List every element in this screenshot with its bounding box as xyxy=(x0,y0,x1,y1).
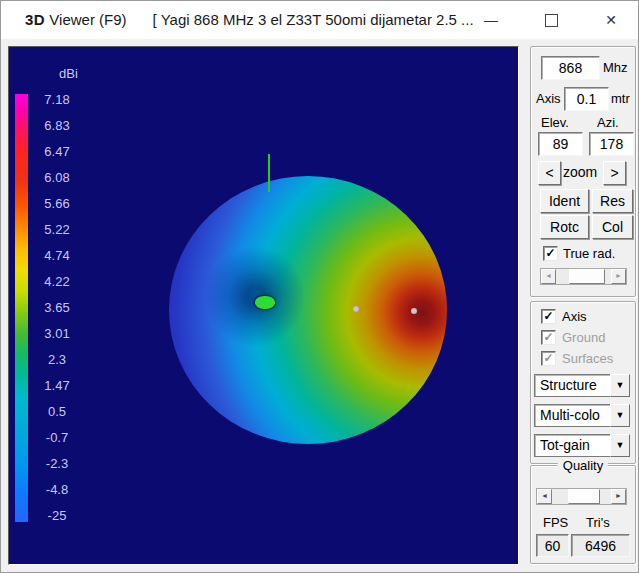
true-rad-slider[interactable]: ◄ ► xyxy=(540,268,627,285)
axis-scale-label: Axis xyxy=(536,91,561,106)
axis-checkbox[interactable]: ✓ xyxy=(541,309,556,324)
fps-label: FPS xyxy=(543,515,568,530)
scale-tick: 6.47 xyxy=(35,144,79,159)
minimize-icon: — xyxy=(484,12,498,28)
structure-dropdown[interactable]: Structure ▼ xyxy=(534,374,630,397)
chevron-down-icon[interactable]: ▼ xyxy=(610,434,630,457)
surfaces-checkbox-label: Surfaces xyxy=(562,351,613,366)
gain-mode-dropdown-value: Tot-gain xyxy=(534,434,610,457)
rotc-button[interactable]: Rotc xyxy=(540,215,589,239)
frequency-unit-label: Mhz xyxy=(603,60,628,75)
axis-scale-unit-label: mtr xyxy=(611,91,630,106)
slider-right-arrow-icon[interactable]: ► xyxy=(611,489,626,504)
tris-label: Tri's xyxy=(586,515,610,530)
checkmark-icon: ✓ xyxy=(543,353,553,364)
scale-tick: 0.5 xyxy=(35,404,79,419)
slider-left-arrow-icon[interactable]: ◄ xyxy=(537,489,552,504)
axis-checkbox-label: Axis xyxy=(562,309,587,324)
scale-tick: -0.7 xyxy=(35,430,79,445)
azimuth-field[interactable]: 178 xyxy=(589,132,634,156)
checkmark-icon: ✓ xyxy=(543,311,553,322)
minimize-button[interactable]: — xyxy=(468,1,514,39)
app-title: Viewer (F9) xyxy=(45,11,126,28)
structure-dropdown-value: Structure xyxy=(534,374,610,397)
scale-tick: -2.3 xyxy=(35,456,79,471)
ident-button[interactable]: Ident xyxy=(540,189,589,213)
ground-checkbox-label: Ground xyxy=(562,330,605,345)
fps-value-field: 60 xyxy=(536,534,569,557)
gain-mode-dropdown[interactable]: Tot-gain ▼ xyxy=(534,434,630,457)
chevron-down-icon[interactable]: ▼ xyxy=(610,404,630,427)
slider-thumb[interactable] xyxy=(568,489,600,504)
surfaces-checkbox: ✓ xyxy=(541,351,556,366)
slider-track[interactable] xyxy=(552,489,611,504)
element-marker xyxy=(353,306,359,312)
scale-unit-label: dBi xyxy=(59,66,78,81)
axis-scale-field[interactable]: 0.1 xyxy=(564,87,609,111)
color-mode-dropdown[interactable]: Multi-colo ▼ xyxy=(534,404,630,427)
azimuth-label: Azi. xyxy=(597,115,619,130)
scale-tick: 6.08 xyxy=(35,170,79,185)
zoom-label: zoom xyxy=(563,164,597,180)
slider-track[interactable] xyxy=(556,269,611,284)
scale-tick: 4.22 xyxy=(35,274,79,289)
scale-tick: 5.66 xyxy=(35,196,79,211)
quality-slider[interactable]: ◄ ► xyxy=(536,488,627,505)
scale-tick: -25 xyxy=(35,508,79,523)
slider-left-arrow-icon[interactable]: ◄ xyxy=(541,269,556,284)
scale-tick: 3.65 xyxy=(35,300,79,315)
scale-tick: 3.01 xyxy=(35,326,79,341)
radiation-pattern[interactable] xyxy=(169,176,447,444)
elevation-field[interactable]: 89 xyxy=(538,132,583,156)
3d-viewer-window: 3D Viewer (F9)[ Yagi 868 MHz 3 el Z33T 5… xyxy=(0,0,639,573)
checkmark-icon: ✓ xyxy=(545,248,555,259)
close-icon: ✕ xyxy=(605,12,617,28)
scale-tick: 6.83 xyxy=(35,118,79,133)
maximize-icon xyxy=(545,14,558,27)
scale-tick: -4.8 xyxy=(35,482,79,497)
ground-checkbox: ✓ xyxy=(541,330,556,345)
maximize-button[interactable] xyxy=(528,1,574,39)
chevron-down-icon[interactable]: ▼ xyxy=(610,374,630,397)
zoom-in-button[interactable]: > xyxy=(603,161,626,185)
window-title: 3D Viewer (F9)[ Yagi 868 MHz 3 el Z33T 5… xyxy=(25,11,474,28)
scale-tick: 5.22 xyxy=(35,222,79,237)
checkmark-icon: ✓ xyxy=(543,332,553,343)
slider-thumb[interactable] xyxy=(569,269,605,284)
res-button[interactable]: Res xyxy=(592,189,633,213)
color-mode-dropdown-value: Multi-colo xyxy=(534,404,610,427)
app-icon: 3D xyxy=(25,11,45,28)
scale-tick: 2.3 xyxy=(35,352,79,367)
gain-colorbar xyxy=(15,94,28,522)
true-rad-checkbox[interactable]: ✓ xyxy=(543,246,558,261)
zoom-out-button[interactable]: < xyxy=(538,161,561,185)
titlebar[interactable]: 3D Viewer (F9)[ Yagi 868 MHz 3 el Z33T 5… xyxy=(1,1,638,39)
scale-tick: 4.74 xyxy=(35,248,79,263)
col-button[interactable]: Col xyxy=(592,215,633,239)
document-title: [ Yagi 868 MHz 3 el Z33T 50omi dijametar… xyxy=(153,11,474,28)
close-button[interactable]: ✕ xyxy=(588,1,634,39)
z-axis-marker xyxy=(268,154,270,192)
scale-tick: 7.18 xyxy=(35,92,79,107)
frequency-field[interactable]: 868 xyxy=(541,56,600,80)
antenna-structure xyxy=(255,296,275,309)
tris-value-field: 6496 xyxy=(571,534,630,557)
scale-tick: 1.47 xyxy=(35,378,79,393)
true-rad-label: True rad. xyxy=(563,246,615,261)
element-marker xyxy=(411,308,417,314)
3d-viewport[interactable]: dBi 7.18 6.83 6.47 6.08 5.66 5.22 4.74 4… xyxy=(8,46,519,565)
slider-right-arrow-icon[interactable]: ► xyxy=(611,269,626,284)
quality-group-label: Quality xyxy=(558,458,608,473)
elevation-label: Elev. xyxy=(541,115,569,130)
